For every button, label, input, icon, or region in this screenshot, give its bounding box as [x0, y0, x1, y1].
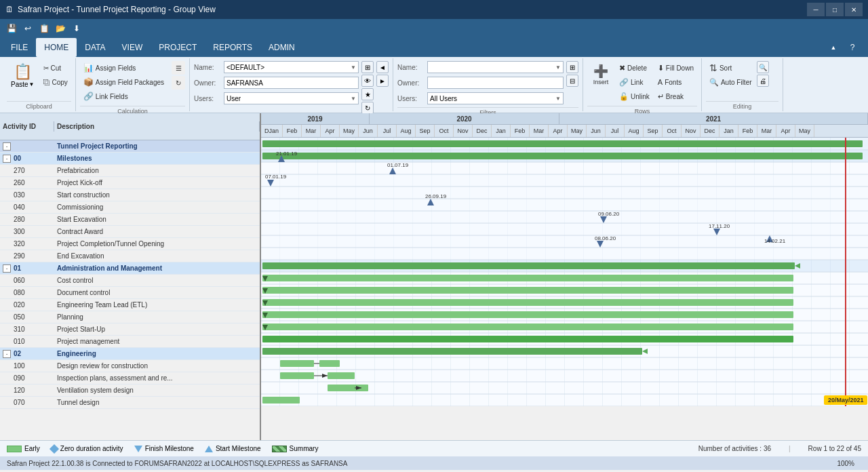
qa-undo[interactable]: ↩ — [20, 21, 35, 36]
insert-button[interactable]: ➕ Insert — [587, 61, 614, 88]
menu-file[interactable]: FILE — [3, 38, 36, 57]
layout-name-select[interactable]: <DEFAULT> ▼ — [224, 61, 359, 73]
layout-users-select[interactable]: User ▼ — [224, 92, 359, 104]
table-row[interactable]: 050Planning — [0, 311, 260, 323]
menu-project[interactable]: PROJECT — [151, 38, 205, 57]
collapse-01[interactable]: - — [3, 264, 11, 273]
filter-users-arrow: ▼ — [555, 96, 561, 102]
layout-arrow-buttons: ◄ ► — [376, 60, 389, 87]
fill-down-button[interactable]: ⬇ Fill Down — [654, 61, 697, 75]
left-panel: Activity ID Description - Tunnel Project… — [0, 113, 261, 440]
search-button[interactable]: 🔍 — [757, 61, 769, 73]
filter-name-select[interactable]: ▼ — [427, 61, 564, 73]
activities-count: Number of activities : 36 — [698, 445, 771, 452]
table-row[interactable]: - Tunnel Project Reporting — [0, 140, 260, 153]
unlink-button[interactable]: 🔓 Unlink — [616, 90, 653, 103]
svg-text:14.02.21: 14.02.21 — [764, 238, 786, 244]
calc-refresh-button[interactable]: ↻ — [172, 76, 185, 90]
table-row[interactable]: - 00 Milestones — [0, 153, 260, 165]
table-row[interactable]: 100Design review for construction — [0, 360, 260, 372]
collapse-02[interactable]: - — [3, 350, 11, 358]
table-row[interactable]: 260Project Kick-off — [0, 177, 260, 189]
collapse-project[interactable]: - — [3, 142, 11, 151]
layout-eye-btn[interactable]: 👁 — [361, 75, 374, 87]
qa-copy[interactable]: 📋 — [37, 21, 52, 36]
table-row[interactable]: 090Inspection plans, assessment and re..… — [0, 372, 260, 385]
table-row[interactable]: 300Contract Award — [0, 226, 260, 238]
assign-fields-button[interactable]: 📊 Assign Fields — [80, 61, 167, 75]
layout-right-btn[interactable]: ► — [376, 75, 389, 87]
fonts-button[interactable]: A Fonts — [654, 75, 697, 89]
filter-users-label: Users: — [397, 95, 425, 102]
layout-star-btn[interactable]: ★ — [361, 88, 374, 100]
minimize-button[interactable]: ─ — [807, 3, 825, 16]
menu-home[interactable]: HOME — [36, 38, 77, 57]
menu-reports[interactable]: REPORTS — [205, 38, 260, 57]
collapse-00[interactable]: - — [3, 155, 11, 163]
table-row[interactable]: 280Start Excavation — [0, 214, 260, 226]
table-row[interactable]: 010Project management — [0, 336, 260, 348]
qa-save[interactable]: 💾 — [4, 21, 19, 36]
month-scale: DJan Feb Mar Apr May Jun Jul Aug Sep Oct… — [261, 125, 868, 137]
svg-rect-59 — [262, 323, 793, 330]
sort-button[interactable]: ⇅ Sort — [706, 61, 755, 75]
filter-btn1[interactable]: ⊞ — [566, 61, 578, 73]
legend-summary: Summary — [272, 445, 319, 452]
qa-open[interactable]: 📂 — [53, 21, 68, 36]
layout-filter-btn[interactable]: ⊞ — [361, 61, 374, 73]
print-button[interactable]: 🖨 — [757, 75, 769, 87]
table-row[interactable]: 080Document control — [0, 287, 260, 299]
table-row[interactable]: 060Cost control — [0, 275, 260, 287]
layout-left-btn[interactable]: ◄ — [376, 61, 389, 73]
svg-rect-9 — [261, 223, 868, 235]
svg-rect-6 — [261, 186, 868, 199]
ribbon-layouts-group: Name: <DEFAULT> ▼ Owner: SAFRANSA User — [190, 58, 393, 111]
table-row[interactable]: 270Prefabrication — [0, 165, 260, 177]
connection-status: Safran Project 22.1.00.38 is Connected t… — [7, 460, 347, 467]
gantt-container: Activity ID Description - Tunnel Project… — [0, 113, 868, 440]
maximize-button[interactable]: □ — [826, 3, 844, 16]
help-button[interactable]: ? — [845, 40, 860, 55]
break-button[interactable]: ↵ Break — [654, 90, 697, 103]
year-scale: 2019 2020 2021 — [261, 113, 868, 125]
paste-button[interactable]: 📋 Paste▼ — [7, 61, 39, 90]
year-2019: 2019 — [261, 113, 370, 124]
table-row[interactable]: 290End Excavation — [0, 250, 260, 262]
menu-data[interactable]: DATA — [77, 38, 113, 57]
table-row[interactable]: 310Project Start-Up — [0, 323, 260, 336]
table-row[interactable]: 030Start construction — [0, 189, 260, 201]
menu-admin[interactable]: ADMIN — [260, 38, 303, 57]
table-row[interactable]: 120Ventilation system design — [0, 385, 260, 397]
copy-button[interactable]: ⿻ Copy — [40, 75, 71, 89]
gantt-svg: 21.01.19 01.07.19 07.01.19 26.09.19 09.0… — [261, 138, 868, 406]
filter-users-select[interactable]: All Users ▼ — [427, 92, 564, 104]
year-2021: 2021 — [559, 113, 868, 124]
delete-button[interactable]: ✖ Delete — [616, 61, 653, 75]
close-button[interactable]: ✕ — [845, 3, 863, 16]
layout-reload-btn[interactable]: ↻ — [361, 102, 374, 114]
zoom-level: 100% — [837, 460, 854, 467]
qa-down[interactable]: ⬇ — [69, 21, 84, 36]
cut-button[interactable]: ✂ Cut — [40, 61, 71, 75]
ribbon-collapse[interactable]: ▲ — [826, 40, 841, 55]
layout-side-buttons: ⊞ 👁 ★ ↻ — [361, 60, 374, 114]
table-row[interactable]: 320Project Completion/Tunnel Opening — [0, 238, 260, 250]
filter-btn2[interactable]: ⊟ — [566, 75, 578, 87]
filters-forms: Name: ▼ Owner: Users: — [397, 60, 564, 106]
assign-field-packages-button[interactable]: 📦 Assign Field Packages — [80, 75, 167, 89]
menu-view[interactable]: VIEW — [114, 38, 151, 57]
layout-name-label: Name: — [194, 64, 221, 71]
link-button[interactable]: 🔗 Link — [616, 75, 653, 89]
filter-owner-field — [427, 77, 564, 89]
link-fields-button[interactable]: 🔗 Link Fields — [80, 90, 167, 103]
table-row[interactable]: 070Tunnel design — [0, 397, 260, 409]
table-row[interactable]: 020Engineering Team Lead (ETL) — [0, 299, 260, 311]
svg-text:26.09.19: 26.09.19 — [425, 193, 447, 199]
table-row[interactable]: - 02 Engineering — [0, 348, 260, 360]
description-header: Description — [54, 121, 260, 132]
auto-filter-button[interactable]: 🔍 Auto Filter — [706, 75, 755, 89]
table-row[interactable]: 040Commissioning — [0, 201, 260, 214]
calc-list-button[interactable]: ☰ — [172, 61, 185, 75]
legend-zero-icon — [50, 444, 59, 453]
table-row[interactable]: - 01 Administration and Management — [0, 262, 260, 275]
